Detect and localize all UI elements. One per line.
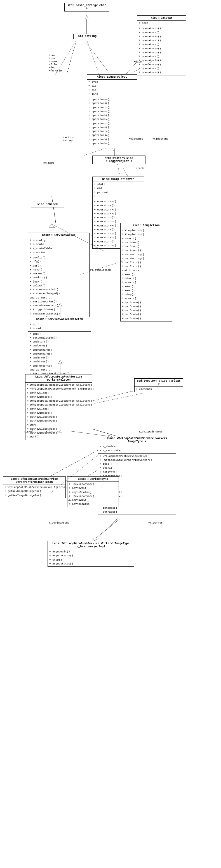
- box-std-vector-loggerobject: std::vector< Nice ::LoggerObject >: [92, 156, 145, 164]
- svg-marker-25: [49, 224, 54, 227]
- title-basda-serviceworker: Basda::ServiceWorker: [28, 233, 89, 238]
- section-completion-methods: + Completion() + Completion() + start() …: [120, 228, 172, 321]
- diagram-container: std::basic_string< char > Nice::DateVar …: [0, 0, 221, 868]
- label-action-except: +action+except: [63, 136, 74, 142]
- title-laos-worker-imagetype: Laos::WfcLoopDataPushService Worker< Ima…: [98, 436, 176, 444]
- svg-line-3: [126, 62, 137, 74]
- box-std-string: std::string: [73, 34, 101, 39]
- title-basda-serviceworkerskeleton: Basda::ServiceWorkerSkeleton: [28, 317, 90, 322]
- title-std-vector-loggerobject: std::vector< Nice ::LoggerObject >: [93, 156, 145, 164]
- svg-line-23: [117, 164, 120, 178]
- box-std-vector-ice-float: std::vector< ::Ice ::Float > + elements: [134, 378, 183, 392]
- title-nice-loggerobject: Nice::LoggerObject: [87, 74, 137, 80]
- label-and-38-more: and 38 more: [68, 499, 85, 502]
- section-basda-deviceasync-methods: + ~DeviceAsync() + asyncWait() + asyncSt…: [67, 482, 119, 507]
- section-std-vector-ice-float-methods: + elements: [135, 387, 183, 392]
- section-sws-methods: + cmd() + setCompletion() + cmdStart() +…: [28, 332, 90, 381]
- label-timestamp: +timestamp: [152, 137, 169, 141]
- svg-line-21: [112, 148, 117, 156]
- svg-line-2: [67, 43, 76, 73]
- section-loggerobject-attrs: + type + pid + tid + line: [87, 80, 137, 97]
- title-nice-datevar: Nice::DateVar: [137, 16, 186, 21]
- svg-marker-17: [85, 16, 88, 19]
- label-m-internal: -m_internal: [44, 430, 62, 433]
- title-laos-deviceasyncimpl: Laos::WfcLoopDataPushService Worker< Ima…: [48, 541, 134, 549]
- label-m-completion: #m_completion: [90, 269, 111, 272]
- section-completionvar-attrs: + state + cmd + percent + id: [93, 182, 144, 199]
- box-laos-deviceasyncimpl: Laos::WfcLoopDataPushService Worker< Ima…: [47, 541, 134, 567]
- svg-line-22: [81, 148, 106, 156]
- title-nice-completionvar: Nice::CompletionVar: [93, 177, 144, 182]
- title-laos-worker-internalskeleton: Laos::WfcLoopDataPushService WorkerInter…: [3, 477, 66, 485]
- box-basda-serviceworkerskeleton: Basda::ServiceWorkerSkeleton # m_id # m_…: [28, 317, 91, 381]
- label-m-skel: -m_skel: [23, 430, 34, 433]
- svg-line-14: [92, 519, 120, 541]
- label-host-user: +host+user+name+file+log+function: [49, 54, 63, 72]
- section-laos-worker-imagetype-attrs: - m_device - m_serviceCxt: [98, 444, 176, 454]
- title-laos-workerskeleton: Laos::WfcLoopDataPushService WorkerSkele…: [26, 374, 92, 382]
- label-m-worker: +m_worker: [148, 521, 162, 524]
- svg-line-33: [94, 393, 144, 404]
- box-basda-deviceasync: Basda::DeviceAsync + ~DeviceAsync() + as…: [67, 476, 119, 507]
- box-nice-completion: Nice::Completion + Completion() + Comple…: [120, 223, 172, 321]
- section-sws-attrs: # m_id # m_cmd: [28, 322, 90, 332]
- section-laos-deviceasyncimpl-methods: + asyncWait() + asyncStatus() + stop() +…: [48, 549, 134, 566]
- label-stack: +stack: [134, 167, 144, 170]
- title-basda-deviceasync: Basda::DeviceAsync: [67, 477, 119, 482]
- label-m-deviceasync: -m_deviceAsync: [47, 521, 69, 524]
- title-std-vector-ice-float: std::vector< ::Ice ::Float >: [135, 379, 183, 387]
- box-laos-worker-internalskeleton: Laos::WfcLoopDataPushService WorkerInter…: [3, 476, 66, 498]
- section-nice-datevar-attrs: + nsec: [137, 21, 186, 26]
- title-std-string: std::string: [74, 34, 101, 39]
- box-std-basic-string: std::basic_string< char >: [64, 3, 109, 11]
- section-serviceworker-attrs: # m_config # m_state # s_stateTable - m_…: [28, 238, 89, 255]
- label-date: +date: [134, 60, 142, 63]
- title-nice-completion: Nice::Completion: [120, 223, 172, 228]
- title-std-basic-string: std::basic_string< char >: [65, 3, 109, 11]
- label-m-skippedframes: -m_skippedFrames: [137, 430, 162, 433]
- box-nice-shared: Nice::Shared: [31, 202, 64, 208]
- svg-line-1: [87, 43, 109, 73]
- svg-line-7: [52, 196, 56, 224]
- section-nice-datevar-methods: + operator==() + operator<() + operator!…: [137, 26, 186, 75]
- section-laos-internalskeleton-methods: + WfcLoopDataPushServiceWorker InternalS…: [3, 485, 66, 498]
- svg-line-19: [87, 41, 99, 75]
- title-nice-shared: Nice::Shared: [31, 202, 64, 207]
- box-nice-loggerobject: Nice::LoggerObject + type + pid + tid + …: [87, 74, 137, 146]
- label-elements-logger: +elements: [129, 137, 143, 141]
- box-nice-datevar: Nice::DateVar + nsec + operator==() + op…: [137, 16, 186, 75]
- label-m-name: #m_name: [43, 161, 54, 164]
- svg-line-36: [95, 519, 117, 541]
